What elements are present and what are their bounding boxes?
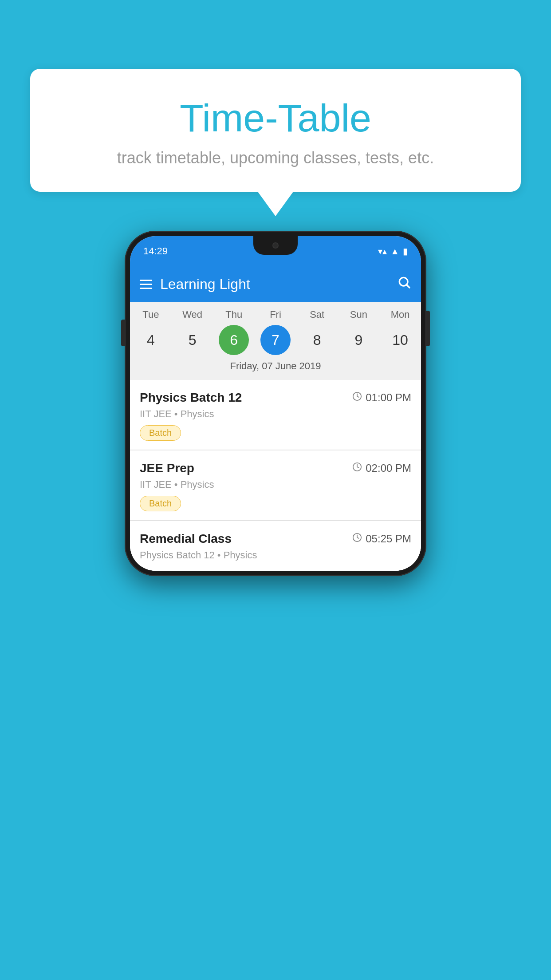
clock-icon-2 bbox=[352, 462, 362, 474]
battery-icon: ▮ bbox=[403, 246, 408, 257]
calendar-date-4[interactable]: 4 bbox=[136, 325, 166, 355]
class-meta-3: Physics Batch 12 • Physics bbox=[140, 549, 411, 561]
hamburger-line-1 bbox=[140, 280, 152, 281]
calendar-strip: Tue Wed Thu Fri Sat Sun Mon 4 5 6 7 8 9 … bbox=[130, 302, 421, 380]
calendar-date-10[interactable]: 10 bbox=[385, 325, 415, 355]
calendar-date-7-selected[interactable]: 7 bbox=[260, 325, 291, 355]
hamburger-menu-button[interactable] bbox=[140, 280, 152, 289]
class-item-header-2: JEE Prep 02:00 PM bbox=[140, 461, 411, 475]
day-mon: Mon bbox=[382, 309, 418, 320]
calendar-date-6-today[interactable]: 6 bbox=[219, 325, 249, 355]
day-sun: Sun bbox=[341, 309, 376, 320]
class-time-1: 01:00 PM bbox=[352, 391, 411, 404]
search-icon[interactable] bbox=[397, 275, 411, 293]
class-name-2: JEE Prep bbox=[140, 461, 194, 475]
batch-badge-2: Batch bbox=[140, 496, 181, 511]
phone-outer-shell: 14:29 ▾▴ ▲ ▮ Learning bbox=[125, 231, 426, 576]
status-icons: ▾▴ ▲ ▮ bbox=[378, 246, 408, 257]
hamburger-line-2 bbox=[140, 284, 152, 285]
day-tue: Tue bbox=[133, 309, 169, 320]
day-sat: Sat bbox=[299, 309, 335, 320]
class-item-header-1: Physics Batch 12 01:00 PM bbox=[140, 391, 411, 405]
class-meta-2: IIT JEE • Physics bbox=[140, 479, 411, 490]
feature-subtitle: track timetable, upcoming classes, tests… bbox=[48, 149, 503, 167]
day-fri: Fri bbox=[258, 309, 293, 320]
class-item-physics-batch-12[interactable]: Physics Batch 12 01:00 PM IIT JEE • P bbox=[130, 380, 421, 450]
class-item-jee-prep[interactable]: JEE Prep 02:00 PM IIT JEE • Physics bbox=[130, 450, 421, 521]
calendar-dates-row: 4 5 6 7 8 9 10 bbox=[130, 325, 421, 355]
notch bbox=[253, 236, 298, 255]
speech-bubble-arrow bbox=[258, 192, 293, 216]
phone-screen: 14:29 ▾▴ ▲ ▮ Learning bbox=[130, 236, 421, 571]
calendar-date-9[interactable]: 9 bbox=[343, 325, 374, 355]
wifi-icon: ▾▴ bbox=[378, 246, 387, 257]
phone-mockup: 14:29 ▾▴ ▲ ▮ Learning bbox=[125, 231, 426, 576]
class-time-text-2: 02:00 PM bbox=[366, 462, 411, 474]
status-bar: 14:29 ▾▴ ▲ ▮ bbox=[130, 236, 421, 266]
feature-title: Time-Table bbox=[48, 95, 503, 141]
svg-line-1 bbox=[407, 285, 409, 288]
calendar-date-8[interactable]: 8 bbox=[302, 325, 332, 355]
status-time: 14:29 bbox=[143, 245, 168, 257]
app-header-left: Learning Light bbox=[140, 276, 250, 292]
clock-icon-1 bbox=[352, 391, 362, 404]
class-time-text-3: 05:25 PM bbox=[366, 533, 411, 545]
clock-icon-3 bbox=[352, 533, 362, 545]
class-list: Physics Batch 12 01:00 PM IIT JEE • P bbox=[130, 380, 421, 571]
class-time-3: 05:25 PM bbox=[352, 533, 411, 545]
class-item-remedial[interactable]: Remedial Class 05:25 PM Physics Batch bbox=[130, 521, 421, 571]
class-name-3: Remedial Class bbox=[140, 532, 232, 546]
calendar-days-row: Tue Wed Thu Fri Sat Sun Mon bbox=[130, 309, 421, 320]
class-meta-1: IIT JEE • Physics bbox=[140, 408, 411, 420]
signal-icon: ▲ bbox=[390, 246, 399, 257]
batch-badge-1: Batch bbox=[140, 425, 181, 441]
calendar-date-5[interactable]: 5 bbox=[177, 325, 208, 355]
class-time-text-1: 01:00 PM bbox=[366, 391, 411, 404]
camera bbox=[272, 242, 279, 249]
class-time-2: 02:00 PM bbox=[352, 462, 411, 474]
app-header: Learning Light bbox=[130, 266, 421, 302]
day-wed: Wed bbox=[175, 309, 210, 320]
day-thu: Thu bbox=[216, 309, 252, 320]
speech-bubble-section: Time-Table track timetable, upcoming cla… bbox=[30, 69, 521, 216]
class-item-header-3: Remedial Class 05:25 PM bbox=[140, 532, 411, 546]
class-name-1: Physics Batch 12 bbox=[140, 391, 242, 405]
hamburger-line-3 bbox=[140, 288, 152, 289]
calendar-selected-label: Friday, 07 June 2019 bbox=[130, 360, 421, 375]
speech-bubble-card: Time-Table track timetable, upcoming cla… bbox=[30, 69, 521, 192]
app-title: Learning Light bbox=[160, 276, 250, 292]
